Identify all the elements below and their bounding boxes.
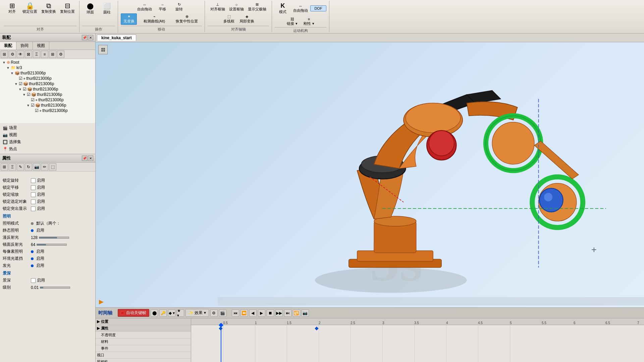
- props-tool-3[interactable]: ✎: [17, 163, 24, 171]
- props-tool-1[interactable]: ⊞: [1, 163, 8, 171]
- nav-selection-set[interactable]: 🔲 选择集: [1, 138, 94, 145]
- tl-effects-button[interactable]: ✨ 效果 ▾: [185, 309, 209, 317]
- tl-skip-end[interactable]: ⏭: [284, 309, 291, 317]
- mode-button[interactable]: K 模式: [275, 1, 291, 15]
- props-tool-5[interactable]: 📷: [33, 163, 40, 171]
- tab-collaboration[interactable]: 协同: [16, 42, 33, 50]
- props-tool-6[interactable]: ✏: [41, 163, 48, 171]
- l5-toggle[interactable]: ▼: [22, 93, 26, 97]
- tl-step-back[interactable]: ◀: [249, 309, 257, 317]
- tool-expand[interactable]: ⊞: [49, 51, 56, 58]
- l3-toggle[interactable]: ▼: [14, 82, 18, 86]
- tree-item-kr3[interactable]: ▼ 📁 kr3: [1, 65, 95, 70]
- copy-transform-button[interactable]: ⧉ 复制变换: [40, 1, 58, 15]
- level-slider[interactable]: [40, 287, 70, 289]
- tool-list[interactable]: ≡: [41, 51, 48, 58]
- auto-keyframe-button[interactable]: 自动关键帧: [118, 309, 149, 317]
- translate-button[interactable]: → 平移: [154, 2, 170, 13]
- l2-toggle[interactable]: ▼: [10, 71, 14, 75]
- rotate-button[interactable]: ↻ 旋转: [171, 1, 187, 13]
- no-transform-button[interactable]: ✦ 无变换: [121, 13, 137, 25]
- tl-prev-frame[interactable]: ⏪: [240, 309, 248, 317]
- props-tool-7[interactable]: ⬚: [49, 163, 56, 171]
- viewport-3d[interactable]: 3s: [96, 42, 644, 307]
- tl-btn-diamond[interactable]: ◆ ▾: [168, 309, 175, 317]
- tool-settings[interactable]: ⚙: [57, 51, 64, 58]
- tl-skip-start[interactable]: ⏮: [232, 309, 239, 317]
- lock-position-button[interactable]: 🔒 锁定位置: [21, 1, 39, 15]
- tl-btn-star[interactable]: ★ ▾: [177, 309, 184, 317]
- l2a-toggle[interactable]: ▶: [14, 76, 18, 80]
- tl-track-props-toggle[interactable]: ▶: [97, 326, 100, 330]
- nav-hotspot[interactable]: 📍 热点: [1, 145, 94, 153]
- props-tool-4[interactable]: ↻: [25, 163, 32, 171]
- show-parent-axis-button[interactable]: ⊞ 显示父极轴: [246, 1, 268, 13]
- restore-neutral-button[interactable]: ⊕ 恢复中性位置: [172, 13, 202, 25]
- dof-checkbox[interactable]: [31, 278, 36, 283]
- timeline-playhead[interactable]: [221, 325, 221, 362]
- rigid-button[interactable]: ≡ 刚性 ▾: [301, 16, 317, 27]
- diffuse-slider[interactable]: [39, 237, 69, 239]
- sphere-button[interactable]: ⬤ 球面: [82, 1, 98, 16]
- kr3-toggle[interactable]: ▼: [6, 66, 10, 70]
- specular-slider[interactable]: [37, 244, 67, 246]
- keyframe-pos-1[interactable]: [219, 326, 222, 330]
- tl-play[interactable]: ▶: [258, 309, 265, 317]
- free-drag-button[interactable]: ↔ 自由拖动: [136, 2, 154, 13]
- tool-select[interactable]: ⊞: [1, 51, 8, 58]
- align-pivot-button[interactable]: ⊥ 对齐枢轴: [209, 1, 227, 13]
- keyframe-pos-2[interactable]: [315, 326, 318, 330]
- tl-loop[interactable]: 🔁: [293, 309, 300, 317]
- chain-button[interactable]: ⛓ 链接 ▾: [284, 16, 300, 27]
- nav-view[interactable]: 📷 视图: [1, 131, 94, 138]
- tree-item-l3[interactable]: ▼ ☑ 📦 thurB213006p: [1, 81, 95, 86]
- multi-wireframe-button[interactable]: ⬚ 多线框: [221, 13, 237, 25]
- tl-track-pos-toggle[interactable]: ▶: [97, 319, 100, 324]
- tl-btn-film[interactable]: 🎬: [219, 309, 226, 317]
- tree-item-l6a[interactable]: ▶ ☑ ● thurB213006p: [1, 97, 95, 103]
- lock-translate-checkbox[interactable]: [31, 185, 36, 190]
- tl-step-fwd[interactable]: ▶▶: [275, 309, 283, 317]
- panel-close-button[interactable]: ✕: [88, 35, 93, 40]
- tree-item-l4[interactable]: ▼ ☑ 📦 thurB213006p: [1, 86, 95, 92]
- dof-button[interactable]: DOF: [310, 5, 326, 11]
- tree-item-l7[interactable]: ▶ ☑ ● thurB213006p: [1, 108, 95, 113]
- assembly-panel-tabs: 装配 协同 视图: [0, 42, 95, 50]
- tool-assembly[interactable]: ⚙: [9, 51, 16, 58]
- tl-btn-circle[interactable]: ⬤: [151, 309, 158, 317]
- align-button[interactable]: ⊞ 对齐: [4, 1, 20, 15]
- root-toggle[interactable]: ▼: [2, 60, 6, 64]
- tl-btn-key[interactable]: 🔑: [159, 309, 167, 317]
- cylinder-button[interactable]: ⬜ 圆柱: [99, 1, 115, 16]
- panel-pin-button[interactable]: 📌: [82, 35, 87, 40]
- copy-position-button[interactable]: ⊟ 复制位置: [58, 1, 76, 15]
- tab-assembly[interactable]: 装配: [0, 42, 16, 50]
- lock-highlight-checkbox[interactable]: [31, 206, 36, 211]
- lock-select-checkbox[interactable]: [31, 199, 36, 204]
- tree-item-l5[interactable]: ▼ ☑ 📦 thurB213006p: [1, 92, 95, 97]
- tool-filter[interactable]: Ξ: [33, 51, 40, 58]
- local-transform-button[interactable]: ◈ 局部变换: [238, 13, 256, 25]
- props-pin-button[interactable]: 📌: [82, 156, 87, 161]
- tree-item-l2[interactable]: ▼ 📦 thurB213006p: [1, 70, 95, 76]
- tab-view[interactable]: 视图: [33, 42, 49, 50]
- props-close-button[interactable]: ✕: [88, 156, 93, 161]
- l6b-toggle[interactable]: ▼: [26, 103, 30, 107]
- tree-item-l2a[interactable]: ▶ ☑ ● thurB213006p: [1, 76, 95, 81]
- tool-view1[interactable]: 👁: [17, 51, 24, 58]
- detect-curve-button[interactable]: ⌁ 检测曲线(Alt): [138, 13, 171, 25]
- tl-camera[interactable]: 📷: [302, 309, 309, 317]
- lock-rotate-checkbox[interactable]: [31, 178, 36, 183]
- lock-scale-checkbox[interactable]: [31, 192, 36, 197]
- nav-scene[interactable]: 🎬 场景: [1, 124, 94, 131]
- props-tool-2[interactable]: Ξ: [9, 163, 16, 171]
- set-pivot-button[interactable]: ○ 设置枢轴: [227, 2, 246, 13]
- kin-free-drag-button[interactable]: ↔ 自由拖动: [291, 3, 310, 14]
- l4-toggle[interactable]: ▼: [18, 87, 22, 91]
- tree-item-root[interactable]: ▼ ⊕ Root: [1, 60, 95, 65]
- tree-item-l6b[interactable]: ▼ ☑ 📦 thurB213006p: [1, 103, 95, 108]
- tl-btn-settings[interactable]: ⚙: [210, 309, 218, 317]
- tl-stop[interactable]: ⏹: [267, 309, 274, 317]
- viewport-tab-kuka[interactable]: kine_kuka_start: [97, 35, 136, 41]
- tool-view2[interactable]: ⊠: [25, 51, 32, 58]
